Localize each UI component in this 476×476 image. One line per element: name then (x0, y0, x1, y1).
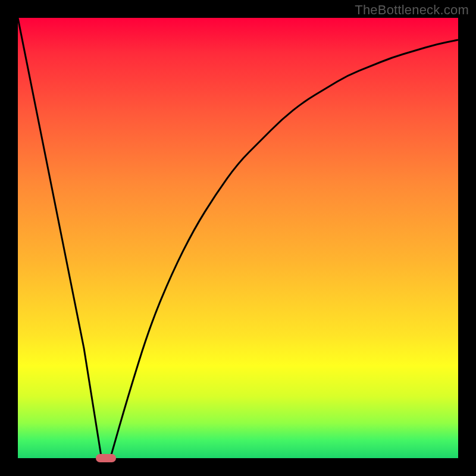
bottleneck-curve (18, 18, 458, 458)
curve-path (18, 18, 458, 458)
plot-area (18, 18, 458, 458)
watermark-text: TheBottleneck.com (355, 2, 469, 18)
minimum-marker (96, 454, 116, 462)
chart-frame: TheBottleneck.com (0, 0, 476, 476)
